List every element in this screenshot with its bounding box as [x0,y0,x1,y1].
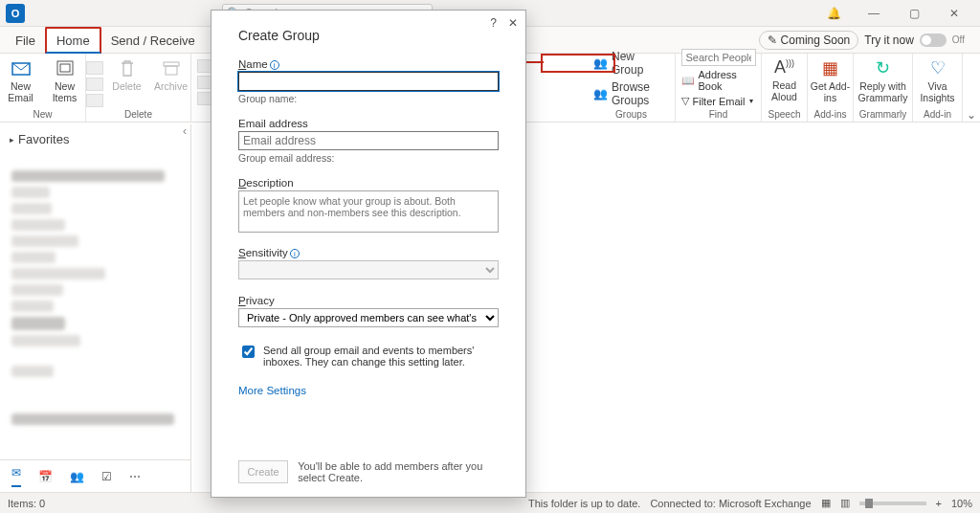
ribbon-group-groups: Groups [615,107,647,120]
delete-button[interactable]: Delete [107,57,147,92]
new-items-button[interactable]: New Items [45,57,85,103]
blurred-account [11,170,165,182]
name-label: Namei [238,58,499,70]
blurred-folder[interactable] [11,235,78,247]
nav-more-icon[interactable]: ⋯ [129,470,141,483]
minimize-button[interactable]: — [856,0,892,27]
zoom-level: 10% [951,498,972,509]
group-description-input[interactable] [238,190,499,233]
svg-rect-1 [57,61,73,75]
chevron-down-icon: ▾ [749,97,753,105]
ribbon-group-new: New [33,107,52,120]
dialog-close-button[interactable]: ✕ [508,16,518,30]
checkbox-label: Send all group email and events to membe… [263,345,499,368]
sidebar-collapse-icon[interactable]: ‹ [183,124,187,138]
email-label: Email address [238,118,499,129]
blurred-folder[interactable] [11,187,50,198]
browse-groups-button[interactable]: 👥 Browse Groups [593,80,669,107]
nav-people-icon[interactable]: 👥 [70,470,84,483]
wand-icon: ✎ [768,33,777,47]
blurred-folder[interactable] [11,268,105,279]
ribbon-group-grammarly: Grammarly [859,107,906,120]
more-settings-link[interactable]: More Settings [238,385,499,396]
cleanup-button[interactable] [86,78,103,91]
tab-home[interactable]: Home [45,27,101,54]
blurred-folder[interactable] [11,203,52,214]
filter-icon: ▽ [681,95,689,107]
blurred-folder[interactable] [11,252,56,263]
new-email-button[interactable]: New Email [1,57,41,103]
create-button[interactable]: Create [238,460,288,483]
blurred-folder[interactable] [11,284,63,296]
ribbon-collapse-chevron[interactable]: ⌄ [963,54,980,122]
privacy-select[interactable]: Private - Only approved members can see … [238,308,499,327]
nav-mail-icon[interactable]: ✉ [11,466,21,487]
dialog-help-button[interactable]: ? [490,16,497,30]
svg-rect-2 [60,64,70,72]
try-it-now-label: Try it now [864,33,914,47]
sensitivity-select[interactable] [238,260,499,279]
close-window-button[interactable]: ✕ [936,0,972,27]
outlook-app-icon: O [6,4,25,23]
description-label: Description [238,177,499,189]
filter-email-button[interactable]: ▽Filter Email▾ [681,95,756,107]
viva-icon: ♡ [930,57,946,78]
tab-file[interactable]: File [6,29,45,52]
group-name-input[interactable] [238,72,499,91]
blurred-groups[interactable] [11,366,54,377]
coming-soon-button[interactable]: ✎Coming Soon [759,31,859,50]
info-icon[interactable]: i [290,249,300,258]
browse-groups-icon: 👥 [593,87,608,100]
nav-calendar-icon[interactable]: 📅 [38,470,53,483]
send-to-inbox-checkbox[interactable] [242,346,255,358]
blurred-folder[interactable] [11,301,54,312]
ribbon-group-addin2: Add-in [924,107,951,120]
reply-grammarly-button[interactable]: ↻ Reply with Grammarly [856,57,911,103]
viva-insights-button[interactable]: ♡ Viva Insights [918,57,958,103]
view-reading-icon[interactable]: ▥ [840,497,850,509]
try-it-toggle[interactable] [920,33,947,47]
create-hint: You'll be able to add members after you … [298,460,499,483]
create-group-dialog: ? ✕ Create Group Namei Group name: Email… [211,10,526,498]
favorites-header[interactable]: ▸Favorites [0,124,190,154]
blurred-folder-selected[interactable] [11,317,65,330]
nav-tasks-icon[interactable]: ☑ [101,470,112,483]
ribbon-group-addins: Add-ins [814,107,847,120]
ribbon-group-delete: Delete [124,107,152,120]
get-addins-button[interactable]: ▦ Get Add-ins [811,57,851,103]
blurred-folder[interactable] [11,219,65,231]
sensitivity-label: Sensitivityi [238,247,499,258]
tab-send-receive[interactable]: Send / Receive [101,29,205,52]
ribbon-group-find: Find [709,107,727,120]
archive-button[interactable]: Archive [151,57,191,92]
group-email-input[interactable] [238,131,499,150]
view-normal-icon[interactable]: ▦ [821,497,831,509]
svg-rect-3 [164,62,179,66]
blurred-account-2 [11,413,174,425]
status-folder: This folder is up to date. [528,498,640,509]
group-email-help: Group email address: [238,152,499,164]
status-connection: Connected to: Microsoft Exchange [650,498,811,509]
zoom-in-icon[interactable]: + [936,498,942,509]
address-book-button[interactable]: 📖Address Book [681,69,756,92]
privacy-label: Privacy [238,295,499,306]
blurred-folder[interactable] [11,335,80,346]
ribbon-group-speech: Speech [768,107,801,120]
junk-button[interactable] [86,94,103,107]
info-icon[interactable]: i [270,60,279,70]
chevron-right-icon: ▸ [10,135,14,145]
read-aloud-icon: A))) [774,57,794,78]
svg-rect-4 [166,66,177,75]
ignore-button[interactable] [86,61,103,75]
maximize-button[interactable]: ▢ [896,0,932,27]
zoom-slider[interactable] [859,502,926,505]
toggle-off-label: Off [952,34,965,45]
grammarly-icon: ↻ [876,57,890,78]
notification-icon[interactable]: 🔔 [815,0,852,27]
new-email-icon [11,57,32,78]
delete-icon [117,57,138,78]
dialog-title: Create Group [238,28,499,43]
read-aloud-button[interactable]: A))) Read Aloud [765,57,805,102]
search-people-input[interactable] [681,49,756,66]
archive-icon [161,57,182,78]
